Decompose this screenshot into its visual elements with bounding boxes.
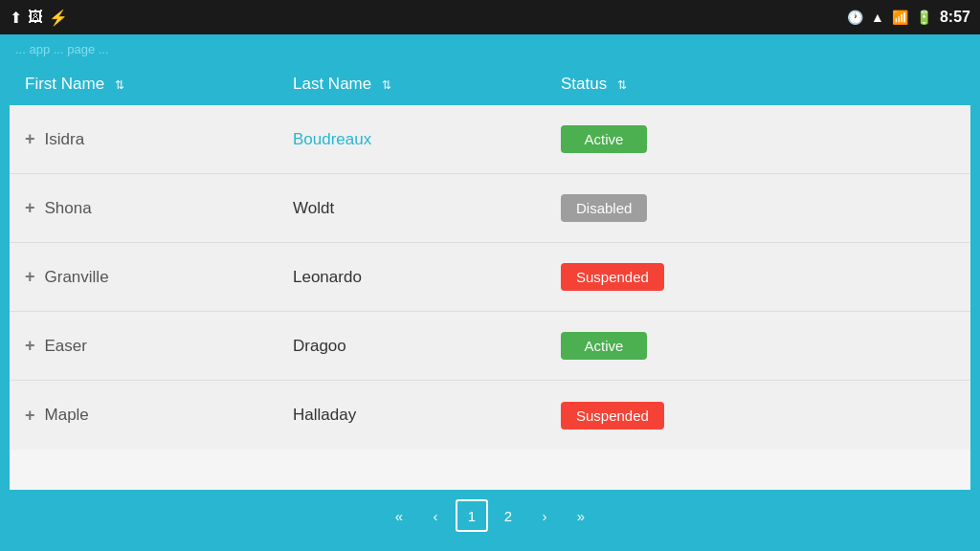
pagination: « ‹ 1 2 › » — [10, 490, 970, 541]
expand-icon-3[interactable]: + — [25, 336, 35, 356]
cell-lastname-0[interactable]: Boudreaux — [293, 130, 561, 149]
cell-firstname-2: + Granville — [25, 267, 293, 287]
page-2-button[interactable]: 2 — [492, 499, 524, 532]
sort-icon-status: ⇅ — [617, 78, 627, 92]
cell-lastname-4: Halladay — [293, 406, 561, 425]
table-row[interactable]: + Easer Dragoo Active — [10, 312, 970, 381]
status-bar-left: ⬆ 🖼 ⚡ — [10, 9, 68, 27]
table-row[interactable]: + Isidra Boudreaux Active — [10, 105, 970, 174]
sort-icon-lastname: ⇅ — [382, 78, 391, 92]
wifi-icon: ▲ — [871, 10, 884, 25]
expand-icon-1[interactable]: + — [25, 198, 35, 218]
cell-status-4: Suspended — [561, 402, 955, 430]
expand-icon-0[interactable]: + — [25, 129, 35, 149]
table-header: First Name ⇅ Last Name ⇅ Status ⇅ — [10, 63, 970, 105]
page-last-button[interactable]: » — [565, 499, 597, 532]
sort-icon-firstname: ⇅ — [115, 78, 124, 92]
table-body: + Isidra Boudreaux Active + Shona Woldt — [10, 105, 970, 490]
cell-lastname-3: Dragoo — [293, 337, 561, 356]
page-1-button[interactable]: 1 — [456, 499, 488, 532]
col-header-status[interactable]: Status ⇅ — [561, 75, 955, 94]
status-badge-0: Active — [561, 125, 647, 153]
col-header-firstname[interactable]: First Name ⇅ — [25, 75, 293, 94]
cell-status-3: Active — [561, 332, 955, 360]
cell-firstname-3: + Easer — [25, 336, 293, 356]
table-wrapper: First Name ⇅ Last Name ⇅ Status ⇅ + Isid… — [10, 63, 970, 541]
image-icon: 🖼 — [28, 9, 43, 26]
breadcrumb: ... app ... page ... — [15, 42, 109, 56]
table-row[interactable]: + Granville Leonardo Suspended — [10, 243, 970, 312]
page-next-button[interactable]: › — [528, 499, 561, 532]
table-row[interactable]: + Shona Woldt Disabled — [10, 174, 970, 243]
cell-firstname-1: + Shona — [25, 198, 293, 218]
cell-lastname-1: Woldt — [293, 199, 561, 218]
table-row[interactable]: + Maple Halladay Suspended — [10, 381, 970, 450]
expand-icon-2[interactable]: + — [25, 267, 35, 287]
clock-icon: 🕐 — [847, 10, 863, 25]
status-badge-3: Active — [561, 332, 647, 360]
status-badge-1: Disabled — [561, 194, 647, 222]
cell-firstname-0: + Isidra — [25, 129, 293, 149]
cell-status-2: Suspended — [561, 263, 955, 291]
page-prev-button[interactable]: ‹ — [419, 499, 452, 532]
cell-firstname-4: + Maple — [25, 406, 293, 426]
upload-icon: ⬆ — [10, 9, 22, 27]
top-nav: ... app ... page ... — [0, 34, 980, 63]
status-bar: ⬆ 🖼 ⚡ 🕐 ▲ 📶 🔋 8:57 — [0, 0, 980, 34]
main-content: First Name ⇅ Last Name ⇅ Status ⇅ + Isid… — [0, 63, 980, 551]
cell-lastname-2: Leonardo — [293, 268, 561, 287]
status-badge-4: Suspended — [561, 402, 664, 430]
status-badge-2: Suspended — [561, 263, 664, 291]
col-header-lastname[interactable]: Last Name ⇅ — [293, 75, 561, 94]
time-display: 8:57 — [940, 9, 970, 26]
page-first-button[interactable]: « — [383, 499, 415, 532]
status-bar-right: 🕐 ▲ 📶 🔋 8:57 — [847, 9, 970, 26]
battery-icon: 🔋 — [916, 10, 932, 25]
bolt-icon: ⚡ — [49, 9, 68, 27]
cell-status-0: Active — [561, 125, 955, 153]
signal-icon: 📶 — [892, 10, 908, 25]
cell-status-1: Disabled — [561, 194, 955, 222]
expand-icon-4[interactable]: + — [25, 406, 35, 426]
